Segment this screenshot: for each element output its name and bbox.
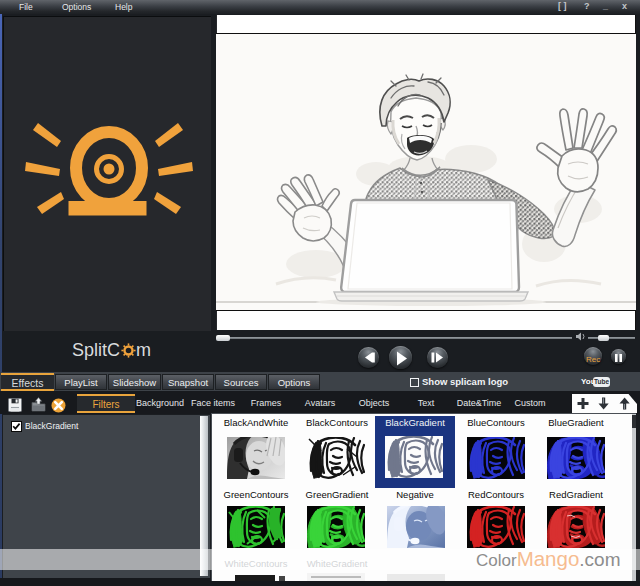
svg-text:Rec: Rec	[586, 355, 600, 364]
